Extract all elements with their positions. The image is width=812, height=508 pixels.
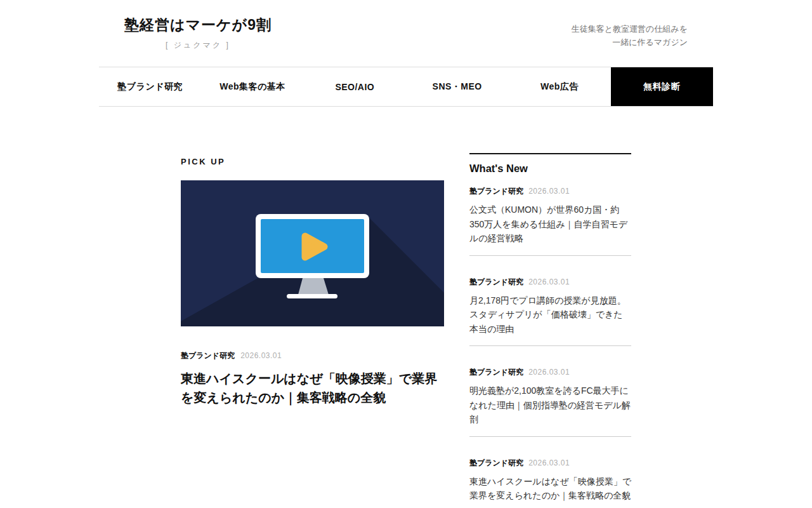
news-item-category[interactable]: 塾ブランド研究: [469, 367, 523, 378]
whats-new-widget: What's New 塾ブランド研究 2026.03.01 公文式（KUMON）…: [469, 153, 631, 508]
news-list-item[interactable]: 塾ブランド研究 2026.03.01 東進ハイスクールはなぜ「映像授業」で業界を…: [469, 437, 631, 508]
monitor-stand: [298, 278, 329, 295]
news-item-category[interactable]: 塾ブランド研究: [469, 277, 523, 288]
main-content: PICK UP 塾ブランド研究 2026.03.01 東進ハイスクールはなぜ「映…: [181, 153, 631, 508]
site-logo[interactable]: 塾経営はマーケが9割 [ ジュクマク ]: [124, 17, 272, 51]
nav-item-web-basics[interactable]: Web集客の基本: [201, 67, 303, 106]
news-item-meta: 塾ブランド研究 2026.03.01: [469, 458, 631, 469]
news-item-meta: 塾ブランド研究 2026.03.01: [469, 277, 631, 288]
news-item-category[interactable]: 塾ブランド研究: [469, 186, 523, 197]
nav-item-sns-meo[interactable]: SNS・MEO: [406, 67, 508, 106]
news-item-title[interactable]: 明光義塾が2,100教室を誇るFC最大手になれた理由｜個別指導塾の経営モデル解剖: [469, 384, 631, 427]
tagline-line-2: 一緒に作るマガジン: [572, 36, 688, 49]
news-item-title[interactable]: 公文式（KUMON）が世界60カ国・約350万人を集める仕組み｜自学自習モデルの…: [469, 203, 631, 246]
nav-item-web-ads[interactable]: Web広告: [508, 67, 610, 106]
site-header: 塾経営はマーケが9割 [ ジュクマク ] 生徒集客と教室運営の仕組みを 一緒に作…: [0, 0, 812, 67]
pickup-article-thumbnail[interactable]: [181, 180, 444, 326]
news-item-title[interactable]: 東進ハイスクールはなぜ「映像授業」で業界を変えられたのか｜集客戦略の全貌: [469, 474, 631, 503]
pickup-article-title[interactable]: 東進ハイスクールはなぜ「映像授業」で業界を変えられたのか｜集客戦略の全貌: [181, 369, 444, 407]
site-subtitle: [ ジュクマク ]: [124, 40, 272, 51]
news-item-date: 2026.03.01: [528, 368, 570, 377]
news-list-item[interactable]: 塾ブランド研究 2026.03.01 月2,178円でプロ講師の授業が見放題。ス…: [469, 256, 631, 347]
nav-cta-free-diagnosis[interactable]: 無料診断: [611, 67, 713, 106]
news-item-meta: 塾ブランド研究 2026.03.01: [469, 367, 631, 378]
monitor-illustration: [181, 180, 444, 326]
pickup-article-meta: 塾ブランド研究 2026.03.01: [181, 351, 444, 361]
news-list-item[interactable]: 塾ブランド研究 2026.03.01 公文式（KUMON）が世界60カ国・約35…: [469, 186, 631, 256]
global-nav: 塾ブランド研究 Web集客の基本 SEO/AIO SNS・MEO Web広告 無…: [0, 67, 812, 107]
site-tagline: 生徒集客と教室運営の仕組みを 一緒に作るマガジン: [572, 17, 688, 49]
site-title: 塾経営はマーケが9割: [124, 17, 272, 34]
news-item-date: 2026.03.01: [528, 187, 570, 196]
news-item-date: 2026.03.01: [528, 277, 570, 286]
news-item-date: 2026.03.01: [528, 458, 570, 467]
nav-item-seo-aio[interactable]: SEO/AIO: [304, 67, 406, 106]
pickup-article-date: 2026.03.01: [240, 351, 282, 360]
news-list-item[interactable]: 塾ブランド研究 2026.03.01 明光義塾が2,100教室を誇るFC最大手に…: [469, 346, 631, 437]
nav-item-brand-research[interactable]: 塾ブランド研究: [99, 67, 201, 106]
news-item-title[interactable]: 月2,178円でプロ講師の授業が見放題。スタディサプリが「価格破壊」できた本当の…: [469, 293, 631, 337]
news-item-category[interactable]: 塾ブランド研究: [469, 458, 523, 469]
news-item-meta: 塾ブランド研究 2026.03.01: [469, 186, 631, 197]
whats-new-heading: What's New: [469, 163, 631, 175]
pickup-section-label: PICK UP: [181, 153, 444, 166]
pickup-article-category[interactable]: 塾ブランド研究: [181, 351, 235, 361]
pickup-section: PICK UP 塾ブランド研究 2026.03.01 東進ハイスクールはなぜ「映…: [181, 153, 444, 407]
monitor-base: [287, 294, 337, 298]
tagline-line-1: 生徒集客と教室運営の仕組みを: [572, 22, 688, 36]
